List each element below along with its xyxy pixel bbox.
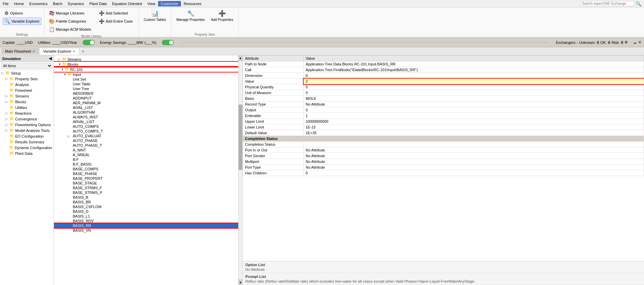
vtree-item-algorithm[interactable]: ALGORITHM [54, 110, 242, 115]
reactions-expand-icon: ▷ [5, 111, 9, 115]
vtree-item-basis-csflow[interactable]: BASIS_CSFLOW [54, 204, 242, 209]
palette-categories-button[interactable]: 🎨 Palette Categories [47, 18, 93, 25]
vtree-item-always-inst[interactable]: ALWAYS_INST [54, 115, 242, 119]
menu-view[interactable]: View [145, 1, 158, 6]
vtree-item-auto-comps[interactable]: AUTO_COMPS [54, 124, 242, 129]
sidebar-filter-select[interactable]: All Items [1, 63, 53, 69]
vtree-item-b-f[interactable]: B:F [54, 157, 242, 162]
vtree-item-base-stage[interactable]: BASE_STAGE [54, 181, 242, 186]
vtree-item-aer-param-m[interactable]: AER_PARAM_M [54, 101, 242, 105]
menu-equation-oriented[interactable]: Equation Oriented [110, 1, 145, 6]
vtree-item-basis-d[interactable]: BASIS_D [54, 209, 242, 214]
vtree-item-basis-rr[interactable]: BASIS_RR [54, 223, 242, 228]
sidebar-item-streams[interactable]: ▷ 📁 Streams [0, 93, 54, 99]
sidebar-item-flowsheeting-options[interactable]: ▷ 📁 Flowsheeting Options [0, 122, 54, 127]
vtree-item-basis-rdv[interactable]: BASIS_RDV [54, 219, 242, 223]
menu-economics[interactable]: Economics [27, 1, 50, 6]
vtree-item-auto-phase[interactable]: AUTO_PHASE [54, 138, 242, 143]
energy-label: Energy Savings: [100, 40, 127, 45]
sidebar-item-setup[interactable]: ▷ 📁 Setup [0, 70, 54, 76]
scroll-thumb[interactable] [239, 105, 242, 170]
tab-main-flowsheet[interactable]: Main Flowsheet ✕ [1, 48, 39, 54]
vtree-item-base-strms-p[interactable]: BASE_STRMS_P [54, 190, 242, 195]
custom-tables-button[interactable]: 📊 Custom Tables [142, 8, 168, 23]
vtree-item-base-phase[interactable]: BASE_PHASE [54, 171, 242, 176]
manage-properties-button[interactable]: 🔧 Manage Properties [174, 8, 208, 23]
add-entire-case-button[interactable]: ➕ Add Entire Case [97, 18, 134, 25]
vtree-item-arval-list[interactable]: ARVAL_LIST [54, 119, 242, 124]
vtree-streams[interactable]: ▷ 📁 Streams [54, 57, 242, 62]
vtree-item-auto-phase-t[interactable]: AUTO_PHASE_T [54, 143, 242, 148]
vtree-rc101[interactable]: ▼ 📁 RC-101 [54, 67, 242, 72]
search-input[interactable] [580, 1, 634, 6]
vtree-item-addinput[interactable]: ADDINPUT [54, 96, 242, 101]
capital-toggle[interactable] [83, 40, 95, 45]
vtree-item-base-comps[interactable]: BASE_COMPS [54, 167, 242, 171]
add-entire-case-icon: ➕ [99, 19, 104, 24]
vtree-item-basis-br[interactable]: BASIS_BR [54, 200, 242, 204]
vtree-item-basis-b[interactable]: BASIS_B [54, 195, 242, 200]
properties-table: Attribute Value Path to NodeApplication.… [243, 55, 644, 176]
vtree-item-absorber[interactable]: ABSORBER [54, 91, 242, 96]
vtree-item-b-f-basis[interactable]: B:F_BASIS [54, 162, 242, 167]
scroll-up-button[interactable]: ▲ [239, 55, 242, 61]
sidebar-collapse-icon[interactable]: ◀ [49, 56, 52, 61]
sidebar-item-convergence[interactable]: ▷ 📁 Convergence [0, 116, 54, 122]
tab-add-button[interactable]: + [80, 48, 87, 55]
variable-explorer-button[interactable]: 🔍 Variable Explorer [3, 18, 41, 25]
vtree-input[interactable]: ▼ 📁 Input [54, 72, 242, 77]
close-icon[interactable]: ✕ [638, 40, 641, 45]
tab-main-flowsheet-close[interactable]: ✕ [32, 50, 35, 53]
vtree-item-user-tree[interactable]: User Tree [54, 86, 242, 91]
sidebar-item-blocks[interactable]: ▷ 📁 Blocks [0, 99, 54, 105]
energy-toggle[interactable] [162, 40, 174, 45]
prop-row-12: Default Value1E+35 [243, 130, 644, 136]
vtree-blocks[interactable]: ▼ 📁 Blocks [54, 62, 242, 67]
custom-tables-icon: 📊 [151, 10, 159, 17]
vtree-item-a-nint[interactable]: A_NINT [54, 148, 242, 152]
vtree-item-basis-vn[interactable]: BASIS_VN [54, 228, 242, 233]
sidebar-item-utilities[interactable]: 📁 Utilities [0, 105, 54, 110]
sidebar-item-property-sets[interactable]: ▷ 📁 Property Sets [0, 76, 54, 82]
menu-resources[interactable]: Resources [181, 1, 204, 6]
add-selected-button[interactable]: ➕ Add Selected [97, 9, 134, 17]
vtree-item-base-strms-f[interactable]: BASE_STRMS_F [54, 186, 242, 190]
manage-libraries-button[interactable]: 📚 Manage Libraries [47, 9, 93, 17]
props-scroll-area[interactable]: Attribute Value Path to NodeApplication.… [243, 55, 644, 261]
vtree-item-user-table[interactable]: User Table [54, 82, 242, 86]
sidebar-item-eo-configuration[interactable]: 📁 EO Configuration [0, 133, 54, 139]
tab-variable-explorer-close[interactable]: ✕ [73, 50, 75, 53]
vtree-item-auto-comps-t[interactable]: AUTO_COMPS_T [54, 129, 242, 134]
sidebar-item-analysis[interactable]: 📁 Analysis [0, 82, 54, 87]
menu-dynamics[interactable]: Dynamics [65, 1, 87, 6]
vtree-item-base-propert[interactable]: BASE_PROPERT [54, 176, 242, 181]
manage-acm-models-button[interactable]: 📋 Manage ACM Models [47, 26, 93, 33]
add-properties-button[interactable]: ➕ Add Properties [209, 8, 236, 23]
scroll-down-button[interactable]: ▼ [239, 280, 242, 285]
vtree-item-basis-l1[interactable]: BASIS_L1 [54, 214, 242, 219]
vtree-item-unit-set[interactable]: Unit Set [54, 77, 242, 82]
sidebar-item-flowsheet[interactable]: 📁 Flowsheet [0, 87, 54, 93]
sidebar-item-dynamic-configuration[interactable]: 📁 Dynamic Configuration [0, 145, 54, 150]
collapse-icon[interactable]: 🗕 [633, 40, 637, 45]
vtree-item-aival-list[interactable]: AIVAL_LIST [54, 105, 242, 110]
sidebar-item-plant-data[interactable]: 📁 Plant Data [0, 150, 54, 156]
flowsheeting-expand-icon: ▷ [5, 123, 9, 126]
menu-batch[interactable]: Batch [50, 1, 65, 6]
tab-variable-explorer[interactable]: Variable Explorer ✕ [39, 48, 79, 55]
manage-props-icon: 🔧 [187, 10, 194, 17]
menu-customize[interactable]: Customize [158, 1, 181, 6]
menu-file[interactable]: File [0, 1, 11, 6]
sidebar-item-model-analysis-tools[interactable]: ▷ 📁 Model Analysis Tools [0, 127, 54, 133]
vtree-item-a-nreal[interactable]: A_NREAL [54, 152, 242, 157]
vtree-scrollbar[interactable]: ▲ ▼ [238, 55, 242, 285]
sidebar-item-results-summary[interactable]: 📁 Results Summary [0, 139, 54, 145]
capital-value: ____USD [17, 40, 33, 45]
sidebar-item-reactions[interactable]: ▷ 📁 Reactions [0, 110, 54, 116]
menu-home[interactable]: Home [11, 1, 27, 6]
options-button[interactable]: ⚙ Options [3, 9, 41, 17]
exchangers-settings-icon[interactable]: ⚙ [624, 40, 628, 45]
menu-plant-data[interactable]: Plant Data [87, 1, 109, 6]
capital-status: Capital: ____USD [3, 40, 33, 45]
vtree-item-auto-evaluat[interactable]: ▷AUTO_EVALUAT [54, 134, 242, 138]
